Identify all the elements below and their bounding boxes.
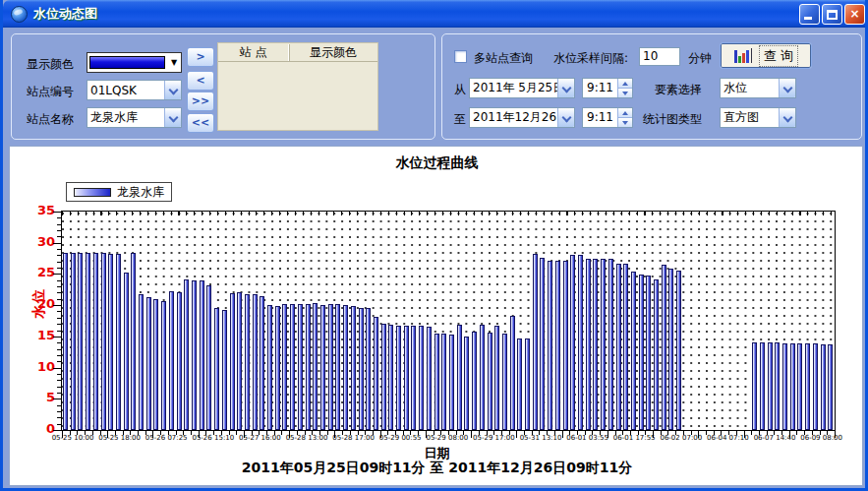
bar (131, 253, 136, 430)
to-date-value: 2011年12月26日 (470, 109, 557, 126)
move-all-right-button[interactable]: >> (187, 92, 214, 111)
y-tick (57, 292, 61, 293)
title-bar[interactable]: 水位动态图 × (3, 0, 868, 28)
bar (494, 326, 499, 430)
from-time-spinner[interactable]: 9:11 (582, 78, 633, 98)
y-tick-label: 35 (16, 203, 55, 217)
chevron-down-icon[interactable] (164, 108, 181, 127)
from-date-picker[interactable]: 2011年 5月25日 (469, 78, 575, 98)
bar (775, 342, 780, 430)
bar (86, 253, 90, 430)
to-time-spinner[interactable]: 9:11 (582, 107, 633, 128)
bar (153, 299, 158, 430)
station-code-combo[interactable]: 01LQSK (87, 80, 182, 100)
bar (343, 305, 348, 430)
y-tick (57, 224, 61, 225)
spin-up-icon[interactable] (618, 108, 632, 117)
station-name-value: 龙泉水库 (87, 109, 164, 126)
bar (608, 259, 613, 430)
interval-unit-label: 分钟 (688, 50, 712, 67)
x-tick-label: 06-01 17:55 (613, 434, 656, 442)
color-swatch (89, 56, 165, 69)
bar (805, 343, 810, 430)
bar (472, 332, 477, 430)
spin-down-icon[interactable] (618, 117, 632, 127)
station-code-label: 站点编号 (27, 84, 74, 100)
station-name-combo[interactable]: 龙泉水库 (87, 107, 182, 128)
display-color-combo[interactable]: ▼ (87, 52, 182, 73)
bar (828, 344, 833, 431)
bar (381, 324, 386, 430)
legend-swatch (74, 188, 111, 197)
query-button[interactable]: 查 询 (720, 42, 812, 69)
bar (555, 261, 560, 430)
bar (108, 254, 113, 431)
bar (631, 272, 636, 430)
y-tick-label: 30 (16, 234, 55, 249)
bar (593, 259, 598, 430)
chevron-down-icon[interactable] (557, 79, 574, 97)
y-tick (57, 405, 61, 406)
element-value: 水位 (721, 80, 779, 96)
y-tick (57, 255, 61, 256)
move-right-button[interactable]: > (187, 47, 214, 67)
y-tick (53, 368, 61, 369)
y-tick (57, 318, 61, 319)
station-column-header[interactable]: 站 点 (218, 44, 289, 61)
bar (222, 310, 227, 430)
from-label: 从 (454, 82, 466, 98)
close-button[interactable]: × (844, 4, 865, 25)
legend: 龙泉水库 (66, 182, 172, 202)
bar (813, 343, 818, 430)
chevron-down-icon[interactable] (779, 108, 795, 127)
y-tick (57, 424, 61, 425)
x-tick-label: 06-07 14:40 (754, 434, 796, 442)
interval-input[interactable]: 10 (639, 47, 680, 66)
bar (335, 304, 340, 430)
bar (116, 254, 121, 431)
station-list[interactable]: 站 点 显示颜色 (217, 42, 378, 131)
bar (93, 253, 98, 430)
bar (419, 326, 424, 430)
color-column-header[interactable]: 显示颜色 (289, 44, 377, 61)
maximize-button[interactable] (822, 4, 842, 25)
element-combo[interactable]: 水位 (720, 78, 796, 98)
station-select-groupbox: 显示颜色 ▼ 站点编号 01LQSK 站点名称 龙泉水库 > < >> << 站… (11, 33, 435, 140)
bar (63, 253, 68, 430)
chevron-down-icon[interactable] (779, 79, 795, 97)
chart-panel: 水位过程曲线 龙泉水库 水位 05101520253035 05-25 10:0… (9, 146, 863, 486)
multi-station-checkbox[interactable] (454, 50, 467, 63)
move-all-left-button[interactable]: << (187, 113, 214, 133)
bar (328, 304, 333, 430)
from-date-value: 2011年 5月25日 (470, 80, 557, 96)
y-tick (57, 286, 61, 287)
bar (654, 279, 659, 431)
spin-up-icon[interactable] (618, 79, 632, 88)
date-range-label: 2011年05月25日09时11分 至 2011年12月26日09时11分 (10, 460, 864, 477)
chevron-down-icon[interactable] (557, 108, 574, 127)
chart-type-combo[interactable]: 直方图 (720, 107, 796, 128)
bar (427, 327, 432, 430)
bar (488, 333, 492, 430)
bar (510, 316, 515, 430)
minimize-button[interactable] (799, 4, 820, 25)
y-tick (57, 387, 61, 388)
bar (267, 305, 272, 431)
y-tick (57, 311, 61, 312)
bar (306, 304, 311, 430)
plot-area (61, 211, 836, 431)
chevron-down-icon[interactable] (164, 81, 181, 99)
spin-down-icon[interactable] (618, 88, 632, 97)
y-tick (57, 417, 61, 418)
bar (578, 255, 583, 430)
move-left-button[interactable]: < (187, 71, 214, 91)
to-date-picker[interactable]: 2011年12月26日 (469, 107, 575, 128)
bar (646, 276, 651, 430)
bar (449, 335, 454, 430)
chart-type-value: 直方图 (721, 109, 779, 126)
bar (782, 343, 787, 430)
x-tick-label: 06-01 03:55 (566, 434, 608, 442)
y-tick (57, 411, 61, 412)
bar (797, 343, 802, 430)
y-tick (53, 243, 61, 244)
